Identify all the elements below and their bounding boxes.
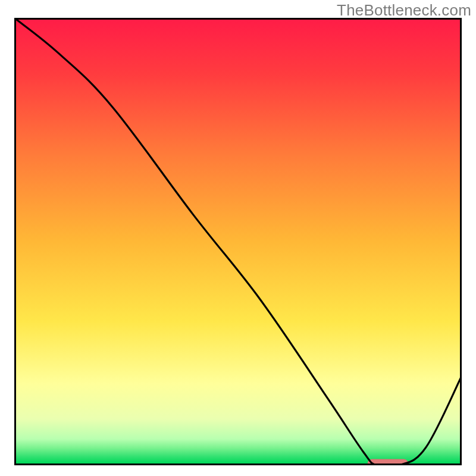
gradient-background: [16, 20, 460, 464]
chart-container: TheBottleneck.com: [0, 0, 476, 476]
chart-svg: [14, 18, 462, 465]
watermark-text: TheBottleneck.com: [337, 1, 471, 20]
plot-area: [14, 18, 462, 465]
